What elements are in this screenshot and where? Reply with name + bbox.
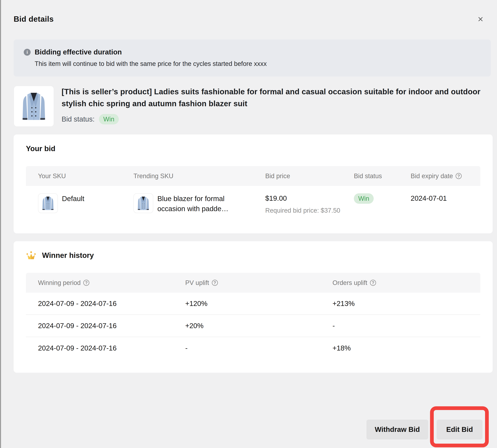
column-trending-sku: Trending SKU [121,173,253,180]
your-sku-thumbnail [38,193,58,213]
bid-details-modal: Bid details i Bidding effective duration… [0,0,497,448]
winning-period-value: 2024-07-09 - 2024-07-16 [26,322,173,330]
winner-history-table: Winning period ? PV uplift ? Orders upli… [26,273,480,359]
bid-price-value: $19.00 [265,193,342,203]
winner-history-row: 2024-07-09 - 2024-07-16 - +18% [26,337,480,359]
winner-history-table-header: Winning period ? PV uplift ? Orders upli… [26,273,480,293]
column-bid-status: Bid status [342,173,399,180]
orders-uplift-value: +18% [320,344,480,352]
column-pv-uplift: PV uplift ? [173,279,320,287]
bid-status-label: Bid status: [62,115,95,123]
bid-status-badge: Win [99,114,119,124]
product-image [14,86,54,127]
product-summary: [This is seller’s product] Ladies suits … [14,86,492,127]
column-winning-period: Winning period ? [26,279,173,287]
your-bid-title: Your bid [26,144,480,153]
winner-history-card: Winner history Winning period ? PV uplif… [14,241,493,373]
blazer-thumb-icon [41,195,55,212]
help-icon[interactable]: ? [370,280,376,286]
winner-history-row: 2024-07-09 - 2024-07-16 +120% +213% [26,293,480,315]
info-icon: i [24,49,31,56]
edit-bid-button[interactable]: Edit Bid [437,420,482,439]
column-bid-expiry-date: Bid expiry date ? [399,173,480,180]
crown-icon [26,251,36,260]
close-icon [478,16,483,23]
column-bid-price: Bid price [253,173,342,180]
your-bid-table-header: Your SKU Trending SKU Bid price Bid stat… [26,166,480,186]
your-bid-row: Default Blue blazer for formal occasion … [26,186,480,214]
bid-expiry-date-value: 2024-07-01 [411,193,480,203]
winner-history-title: Winner history [42,251,94,260]
pv-uplift-value: +20% [173,322,320,330]
column-your-sku: Your SKU [26,173,121,180]
trending-sku-thumbnail [133,193,153,213]
your-sku-name: Default [62,193,84,204]
edit-bid-highlight-annotation: Edit Bid [430,406,489,447]
your-bid-table: Your SKU Trending SKU Bid price Bid stat… [26,166,480,214]
required-bid-price: Required bid price: $37.50 [265,207,342,214]
row-bid-status-badge: Win [354,193,374,204]
column-orders-uplift-label: Orders uplift [332,279,367,287]
pv-uplift-value: +120% [173,300,320,308]
help-icon[interactable]: ? [83,280,89,286]
orders-uplift-value: +213% [320,300,480,308]
column-bid-expiry-date-label: Bid expiry date [411,173,453,180]
bidding-duration-banner: i Bidding effective duration This item w… [14,39,491,77]
blazer-thumb-icon [136,195,150,212]
winner-history-row: 2024-07-09 - 2024-07-16 +20% - [26,315,480,337]
banner-description: This item will continue to bid with the … [35,60,481,68]
column-orders-uplift: Orders uplift ? [320,279,480,287]
withdraw-bid-button[interactable]: Withdraw Bid [366,420,428,439]
your-bid-card: Your bid Your SKU Trending SKU Bid price… [14,134,493,233]
pv-uplift-value: - [173,344,320,352]
help-icon[interactable]: ? [212,280,218,286]
close-button[interactable] [476,15,485,24]
trending-sku-name: Blue blazer for formal occasion with pad… [157,193,231,214]
page-title: Bid details [14,14,492,24]
footer-actions: Withdraw Bid Edit Bid [14,406,492,447]
blazer-image [19,89,48,123]
help-icon[interactable]: ? [456,173,462,179]
winning-period-value: 2024-07-09 - 2024-07-16 [26,344,173,352]
column-pv-uplift-label: PV uplift [185,279,209,287]
winning-period-value: 2024-07-09 - 2024-07-16 [26,300,173,308]
column-winning-period-label: Winning period [38,279,81,287]
banner-title: Bidding effective duration [35,48,122,56]
orders-uplift-value: - [320,322,480,330]
modal-header: Bid details [14,14,492,24]
product-title: [This is seller’s product] Ladies suits … [62,86,492,110]
